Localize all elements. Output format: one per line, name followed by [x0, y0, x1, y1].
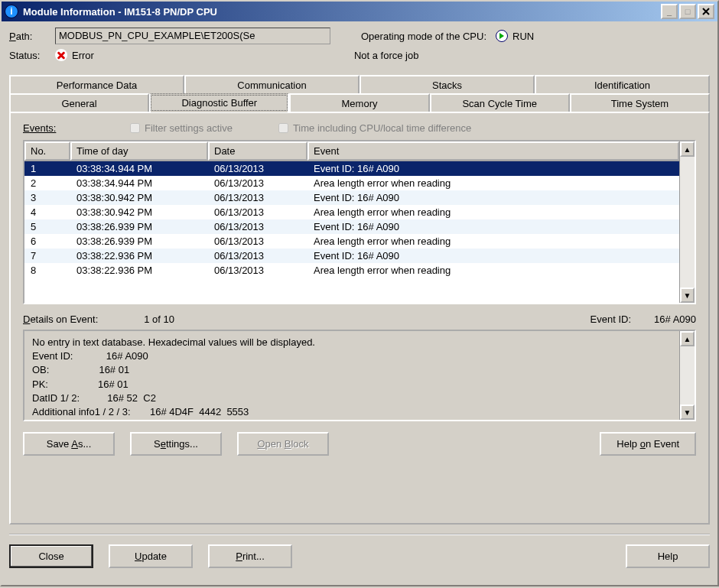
col-no[interactable]: No. — [24, 141, 70, 161]
window-title: Module Information - IM151-8 PN/DP CPU — [23, 6, 659, 18]
print-button[interactable]: Print... — [208, 544, 292, 568]
tab-panel: Events: Filter settings active Time incl… — [9, 112, 710, 525]
status-value: Error — [72, 50, 94, 61]
tab-stacks[interactable]: Stacks — [360, 75, 535, 94]
time-diff-checkbox: Time including CPU/local time difference — [278, 122, 471, 134]
close-window-button[interactable] — [698, 4, 714, 19]
close-button[interactable]: Close — [9, 544, 93, 568]
minimize-button[interactable]: _ — [661, 4, 678, 19]
tab-communication[interactable]: Communication — [184, 75, 360, 94]
tab-time-system[interactable]: Time System — [570, 93, 710, 112]
op-mode-value: RUN — [512, 31, 534, 42]
update-button[interactable]: Update — [109, 544, 193, 568]
event-id-value: 16# A090 — [654, 313, 696, 325]
settings-button[interactable]: Settings... — [130, 432, 222, 456]
error-icon — [55, 49, 67, 61]
scroll-up-icon[interactable]: ▲ — [680, 141, 695, 157]
status-label: Status: — [9, 50, 55, 61]
table-row[interactable]: 403:38:30.942 PM06/13/2013Area length er… — [24, 205, 679, 219]
events-label: Events: — [23, 122, 130, 134]
details-box: No entry in text database. Hexadecimal v… — [23, 330, 696, 421]
tab-scan-cycle-time[interactable]: Scan Cycle Time — [430, 93, 570, 112]
help-on-event-button[interactable]: Help on Event — [600, 432, 696, 456]
details-scrollbar[interactable]: ▲ ▼ — [679, 331, 695, 420]
table-row[interactable]: 803:38:22.936 PM06/13/2013Area length er… — [24, 263, 679, 278]
tab-general[interactable]: General — [9, 93, 149, 112]
force-job-text: Not a force job — [354, 50, 419, 61]
app-icon: i — [5, 5, 18, 18]
table-row[interactable]: 503:38:26.939 PM06/13/2013Event ID: 16# … — [24, 219, 679, 234]
help-button[interactable]: Help — [626, 544, 710, 568]
scroll-down-icon[interactable]: ▼ — [680, 288, 695, 303]
table-row[interactable]: 303:38:30.942 PM06/13/2013Event ID: 16# … — [24, 190, 679, 205]
tab-diagnostic-buffer[interactable]: Diagnostic Buffer — [149, 93, 289, 112]
filter-settings-checkbox: Filter settings active — [130, 122, 233, 134]
run-icon — [496, 30, 508, 42]
scroll-up-icon[interactable]: ▲ — [680, 331, 695, 346]
col-date[interactable]: Date — [208, 141, 307, 161]
event-id-label: Event ID: — [590, 313, 631, 325]
open-block-button: Open Block — [237, 432, 329, 456]
tab-memory[interactable]: Memory — [289, 93, 429, 112]
col-event[interactable]: Event — [307, 141, 679, 161]
titlebar: i Module Information - IM151-8 PN/DP CPU… — [0, 0, 719, 21]
events-table: No. Time of day Date Event 103:38:34.944… — [23, 140, 696, 304]
save-as-button[interactable]: Save As... — [23, 432, 115, 456]
table-row[interactable]: 603:38:26.939 PM06/13/2013Area length er… — [24, 234, 679, 249]
path-label: Path: — [9, 31, 55, 42]
details-count: 1 of 10 — [144, 313, 174, 325]
tab-performance-data[interactable]: Performance Data — [9, 75, 184, 94]
details-text: No entry in text database. Hexadecimal v… — [24, 331, 679, 420]
table-row[interactable]: 103:38:34.944 PM06/13/2013Event ID: 16# … — [24, 161, 679, 176]
op-mode-label: Operating mode of the CPU: — [361, 31, 486, 42]
table-scrollbar[interactable]: ▲ ▼ — [679, 141, 695, 303]
tab-identification[interactable]: Identification — [535, 75, 710, 94]
maximize-button[interactable]: □ — [679, 4, 696, 19]
details-on-event-label: Details on Event: — [23, 313, 98, 325]
table-row[interactable]: 203:38:34.944 PM06/13/2013Area length er… — [24, 176, 679, 190]
table-row[interactable]: 703:38:22.936 PM06/13/2013Event ID: 16# … — [24, 249, 679, 263]
col-time[interactable]: Time of day — [70, 141, 208, 161]
scroll-down-icon[interactable]: ▼ — [680, 404, 695, 420]
path-field[interactable]: MODBUS_PN_CPU_EXAMPLE\ET200S(Se — [55, 28, 330, 44]
